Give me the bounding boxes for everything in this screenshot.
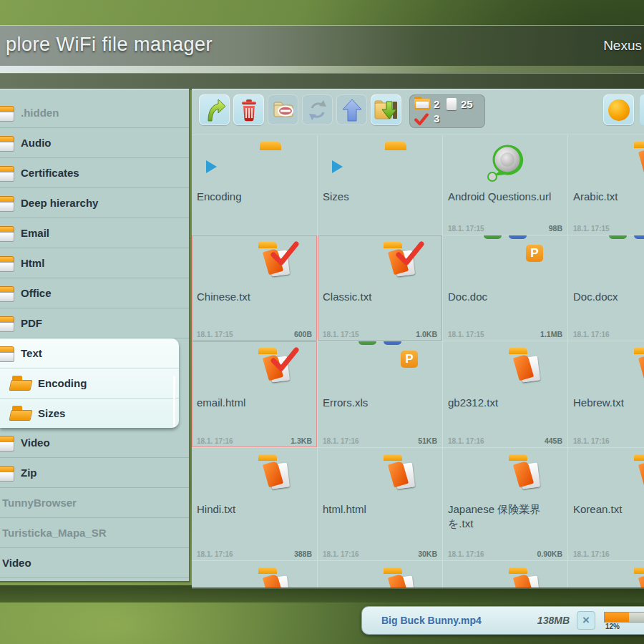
file-date: 18.1. 17:16 — [573, 550, 610, 558]
file-name: Doc.docx — [573, 290, 644, 304]
upload-arrow-icon — [339, 97, 365, 123]
sidebar-item-email[interactable]: Email — [0, 218, 189, 248]
file-date: 18.1. 17:16 — [573, 437, 610, 445]
check-icon — [395, 240, 425, 266]
file-size: 388B — [294, 550, 312, 558]
file-tile[interactable]: Chinese.txt 18.1. 17:15 600B — [192, 235, 318, 341]
file-date: 18.1. 17:15 — [197, 331, 233, 338]
sidebar-scrollbar-thumb[interactable] — [173, 376, 175, 427]
file-tile-partial[interactable] — [443, 561, 568, 589]
file-tile[interactable]: Android Questions.url 18.1. 17:15 98B — [443, 135, 568, 235]
folder-icon — [0, 135, 14, 152]
file-tile-partial[interactable] — [318, 561, 443, 589]
file-date: 18.1. 17:16 — [197, 550, 233, 558]
sidebar-item-label: Encoding — [38, 377, 87, 389]
file-tile[interactable]: gb2312.txt 18.1. 17:16 445B — [443, 341, 568, 448]
sidebar-item-tunnybrowser[interactable]: TunnyBrowser — [0, 488, 189, 518]
file-tile[interactable]: P W S Errors.xls 18.1. 17:16 51KB — [318, 341, 443, 448]
upload-button[interactable] — [336, 94, 367, 125]
file-name: html.html — [323, 502, 439, 517]
file-name: email.html — [197, 396, 313, 410]
sidebar-item-label: Video — [21, 436, 50, 449]
up-arrow-icon — [202, 97, 228, 123]
download-button[interactable] — [371, 94, 401, 125]
mini-folder-icon — [414, 99, 430, 109]
sidebar-item-deep-hierarchy[interactable]: Deep hierarchy — [0, 188, 189, 218]
sidebar-item-office[interactable]: Office — [0, 278, 189, 308]
file-size: 445B — [545, 436, 562, 445]
file-name: Sizes — [323, 190, 439, 204]
file-tile[interactable]: html.html 18.1. 17:16 30KB — [318, 448, 443, 561]
header-stripe-light — [0, 66, 644, 73]
sidebar-item-label: TunnyBrowser — [2, 497, 77, 509]
file-tile[interactable]: Hindi.txt 18.1. 17:16 388B — [192, 448, 318, 561]
go-up-button[interactable] — [199, 94, 230, 125]
delete-button[interactable] — [233, 94, 264, 125]
sidebar-item-text-selected[interactable]: Text — [0, 338, 179, 369]
sidebar-item-turisticka-mapa[interactable]: Turisticka_Mapa_SR — [0, 518, 189, 548]
file-tile[interactable]: Japanese 保険業界を.txt 18.1. 17:16 0.90KB — [443, 448, 568, 561]
check-icon — [270, 240, 300, 266]
sidebar-item-pdf[interactable]: PDF — [0, 308, 189, 338]
close-transfer-button[interactable]: × — [577, 611, 595, 630]
sidebar-item-zip[interactable]: Zip — [0, 458, 189, 488]
sidebar-item-video-root[interactable]: Video — [0, 548, 189, 578]
file-tile[interactable]: Encoding — [192, 135, 318, 235]
file-tile-partial[interactable] — [192, 561, 318, 589]
wps-s-letter: S — [609, 235, 627, 239]
file-date: 18.1. 17:15 — [448, 331, 484, 338]
check-icon — [270, 346, 300, 372]
file-tile[interactable]: P W S Doc.docx 18.1. 17:16 — [568, 235, 644, 341]
file-tile[interactable]: Sizes — [318, 135, 443, 235]
file-tile[interactable]: Hebrew.txt 18.1. 17:16 — [568, 341, 644, 448]
file-tile[interactable]: email.html 18.1. 17:16 1.3KB — [192, 341, 318, 448]
file-size: 600B — [294, 330, 312, 338]
file-name: Hindi.txt — [197, 502, 313, 517]
file-date: 18.1. 17:15 — [323, 331, 359, 338]
file-tile[interactable]: Classic.txt 18.1. 17:15 1.0KB — [318, 235, 443, 341]
folder-icon — [0, 195, 14, 212]
sidebar-item-label: Email — [21, 227, 49, 239]
file-name: Doc.doc — [448, 290, 564, 304]
file-size: 30KB — [418, 550, 437, 558]
sidebar-item-sizes[interactable]: Sizes — [0, 399, 179, 428]
sync-button[interactable] — [302, 94, 333, 125]
sidebar-item-label: Video — [2, 557, 31, 569]
sidebar-item-audio[interactable]: Audio — [0, 128, 189, 158]
sidebar-item-encoding[interactable]: Encoding — [0, 369, 179, 399]
sidebar-item-label: Audio — [21, 137, 52, 149]
folder-icon — [0, 285, 14, 302]
file-tile[interactable]: Arabic.txt 18.1. 17:15 — [568, 135, 644, 235]
folder-icon — [0, 345, 14, 362]
file-tile[interactable]: P W S Doc.doc 18.1. 17:15 1.1MB — [443, 235, 568, 341]
selection-stats: 2 25 3 — [409, 94, 485, 128]
folder-icon — [0, 315, 14, 332]
file-date: 18.1. 17:16 — [323, 550, 359, 558]
sidebar-item-certificates[interactable]: Certificates — [0, 158, 189, 188]
open-folder-icon — [10, 376, 31, 391]
file-name: Chinese.txt — [197, 290, 313, 304]
expand-arrow-icon[interactable] — [206, 160, 217, 173]
sidebar-item-html[interactable]: Html — [0, 248, 189, 278]
folder-count: 2 — [434, 98, 439, 110]
transfer-filename: Big Buck Bunny.mp4 — [381, 615, 482, 626]
sidebar-item-label: Office — [21, 287, 52, 299]
sidebar-item-label: Html — [21, 257, 44, 269]
transfer-bar: Big Buck Bunny.mp4 138MB × 12% — [361, 606, 644, 635]
cut-off-button[interactable] — [640, 94, 644, 125]
file-tile[interactable]: Korean.txt 18.1. 17:16 — [568, 448, 644, 561]
new-folder-button[interactable] — [268, 94, 298, 125]
file-size: 1.3KB — [291, 436, 312, 445]
sidebar-item-hidden[interactable]: .hidden — [0, 98, 189, 128]
file-name: Classic.txt — [323, 290, 439, 304]
file-date: 18.1. 17:16 — [323, 437, 359, 445]
file-date: 18.1. 17:15 — [448, 225, 484, 233]
status-indicator-button[interactable] — [603, 94, 634, 125]
folder-icon — [0, 165, 14, 182]
sidebar-item-video[interactable]: Video — [0, 428, 189, 458]
wps-s-letter: S — [484, 235, 502, 239]
expand-arrow-icon[interactable] — [332, 160, 343, 173]
orange-dot-icon — [608, 99, 630, 121]
file-tile-partial[interactable] — [568, 561, 644, 589]
transfer-progress: 12% — [604, 610, 644, 630]
